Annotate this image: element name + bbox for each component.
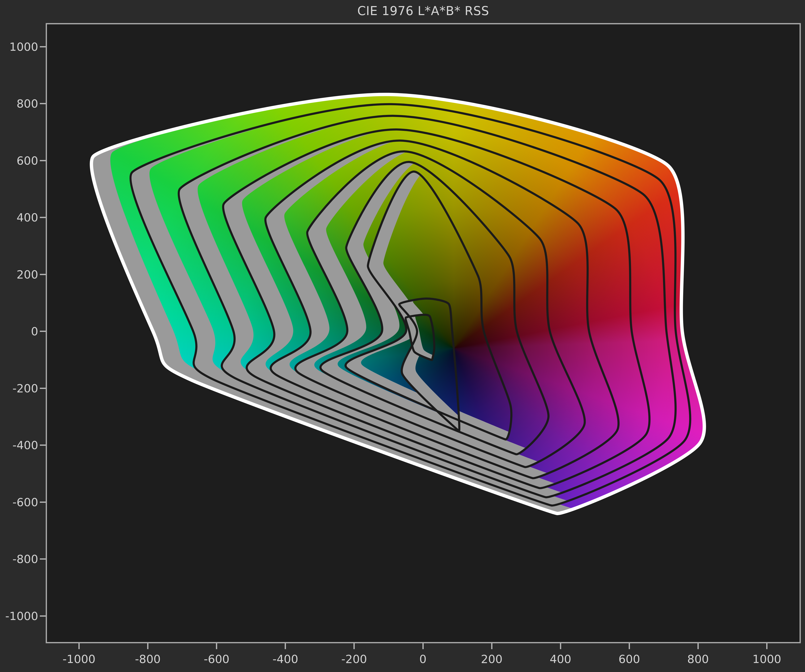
y-axis-tick-label: -1000 [0,609,38,623]
x-axis-tick-label: 200 [481,652,503,666]
y-axis-tick [40,445,46,446]
y-axis-tick [40,103,46,104]
y-axis-tick [40,615,46,617]
x-axis-tick-label: -1000 [63,652,95,666]
y-axis-tick [40,331,46,332]
ring-outline-9 [406,315,434,360]
x-axis-tick [79,643,80,649]
y-axis-tick [40,46,46,48]
x-axis-tick [560,643,561,649]
ring-outline-2 [179,116,676,497]
x-axis-tick [766,643,767,649]
y-axis-tick-label: -400 [0,439,38,452]
ring-outline-7 [345,171,511,439]
y-axis-tick [40,501,46,503]
y-axis-tick [40,559,46,560]
x-axis-tick-label: 600 [618,652,640,666]
x-axis-tick [285,643,286,649]
x-axis-tick [697,643,699,649]
y-axis-tick-label: 600 [0,154,38,167]
ring-outline-3 [223,129,650,488]
y-axis-tick-label: 800 [0,97,38,110]
x-axis-tick [353,643,355,649]
y-axis-tick-label: -600 [0,495,38,509]
ring-outline-1 [131,104,690,506]
plot-area [46,23,801,643]
x-axis-tick [629,643,630,649]
y-axis-tick-label: -800 [0,552,38,566]
x-axis-tick-label: 800 [687,652,709,666]
x-axis-tick [216,643,217,649]
x-axis-tick-label: 400 [550,652,571,666]
y-axis-tick-label: 1000 [0,40,38,53]
x-axis-tick [422,643,424,649]
x-axis-tick-label: -800 [135,652,161,666]
x-axis-tick-label: 1000 [752,652,781,666]
chart-title: CIE 1976 L*A*B* RSS [46,0,801,22]
y-axis-tick-label: 0 [0,325,38,338]
y-axis-tick-label: -200 [0,381,38,395]
x-axis-tick [491,643,493,649]
x-axis-tick [147,643,148,649]
x-axis-tick-label: -600 [204,652,230,666]
x-axis-tick-label: 0 [419,652,426,666]
chart-canvas: CIE 1976 L*A*B* RSS -1000-800-600-400-20… [0,0,805,672]
x-axis-tick-label: -400 [273,652,298,666]
y-axis-tick-label: 200 [0,268,38,281]
y-axis-tick [40,160,46,161]
y-axis-tick [40,217,46,218]
ring-outlines-layer [47,24,800,642]
x-axis-tick-label: -200 [341,652,367,666]
y-axis-tick [40,388,46,389]
y-axis-tick [40,274,46,275]
y-axis-tick-label: 400 [0,211,38,224]
